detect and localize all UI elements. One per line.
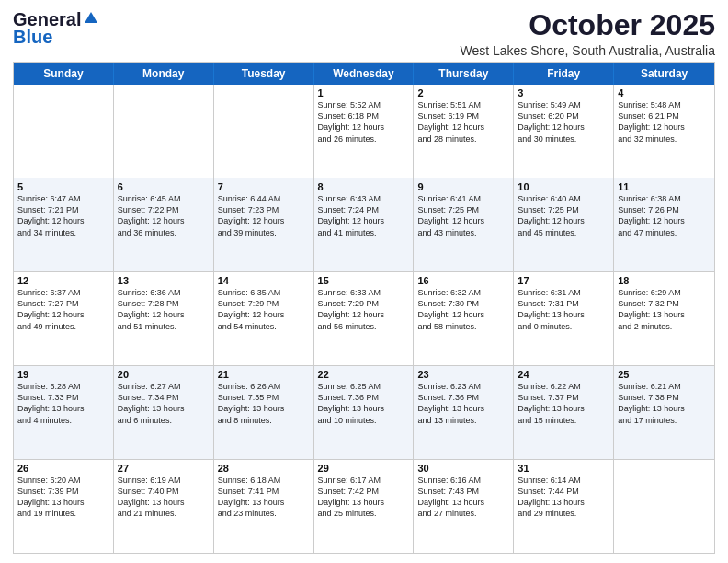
cal-cell-0-2: [214, 85, 314, 178]
cal-cell-1-2: 7Sunrise: 6:44 AM Sunset: 7:23 PM Daylig…: [214, 178, 314, 271]
day-number: 13: [118, 275, 210, 286]
cell-info: Sunrise: 6:29 AM Sunset: 7:32 PM Dayligh…: [618, 287, 711, 332]
cell-info: Sunrise: 6:16 AM Sunset: 7:43 PM Dayligh…: [417, 475, 509, 520]
cal-cell-0-5: 3Sunrise: 5:49 AM Sunset: 6:20 PM Daylig…: [514, 85, 614, 178]
cell-info: Sunrise: 5:48 AM Sunset: 6:21 PM Dayligh…: [618, 99, 711, 144]
cell-info: Sunrise: 6:22 AM Sunset: 7:37 PM Dayligh…: [518, 381, 609, 426]
day-number: 21: [218, 369, 310, 380]
day-number: 23: [417, 369, 509, 380]
logo: General Blue: [13, 9, 99, 48]
cell-info: Sunrise: 5:49 AM Sunset: 6:20 PM Dayligh…: [518, 99, 609, 144]
day-number: 20: [118, 369, 210, 380]
calendar-row-2: 12Sunrise: 6:37 AM Sunset: 7:27 PM Dayli…: [14, 271, 714, 365]
day-number: 28: [218, 463, 310, 474]
day-number: 4: [618, 87, 711, 98]
cal-cell-1-0: 5Sunrise: 6:47 AM Sunset: 7:21 PM Daylig…: [14, 178, 114, 271]
header-day-tuesday: Tuesday: [214, 63, 314, 85]
day-number: 8: [318, 181, 410, 192]
calendar: SundayMondayTuesdayWednesdayThursdayFrid…: [13, 62, 715, 554]
day-number: 5: [17, 181, 109, 192]
day-number: 30: [417, 463, 509, 474]
cal-cell-2-5: 17Sunrise: 6:31 AM Sunset: 7:31 PM Dayli…: [514, 272, 614, 365]
cell-info: Sunrise: 6:26 AM Sunset: 7:35 PM Dayligh…: [218, 381, 310, 426]
day-number: 19: [17, 369, 109, 380]
cal-cell-2-6: 18Sunrise: 6:29 AM Sunset: 7:32 PM Dayli…: [614, 272, 714, 365]
cal-cell-0-1: [114, 85, 214, 178]
day-number: 29: [318, 463, 410, 474]
month-title: October 2025: [460, 9, 715, 41]
cell-info: Sunrise: 6:25 AM Sunset: 7:36 PM Dayligh…: [318, 381, 410, 426]
cell-info: Sunrise: 6:36 AM Sunset: 7:28 PM Dayligh…: [118, 287, 210, 332]
cal-cell-4-2: 28Sunrise: 6:18 AM Sunset: 7:41 PM Dayli…: [214, 460, 314, 553]
cell-info: Sunrise: 6:18 AM Sunset: 7:41 PM Dayligh…: [218, 475, 310, 520]
svg-marker-0: [85, 12, 97, 23]
cell-info: Sunrise: 6:38 AM Sunset: 7:26 PM Dayligh…: [618, 193, 711, 238]
cal-cell-2-3: 15Sunrise: 6:33 AM Sunset: 7:29 PM Dayli…: [314, 272, 415, 365]
cal-cell-0-4: 2Sunrise: 5:51 AM Sunset: 6:19 PM Daylig…: [414, 85, 514, 178]
logo-icon: [83, 10, 99, 27]
calendar-row-0: 1Sunrise: 5:52 AM Sunset: 6:18 PM Daylig…: [14, 85, 714, 178]
cell-info: Sunrise: 6:44 AM Sunset: 7:23 PM Dayligh…: [218, 193, 310, 238]
cell-info: Sunrise: 6:31 AM Sunset: 7:31 PM Dayligh…: [518, 287, 609, 332]
day-number: 17: [518, 275, 609, 286]
cal-cell-3-2: 21Sunrise: 6:26 AM Sunset: 7:35 PM Dayli…: [214, 366, 314, 459]
header-day-saturday: Saturday: [614, 63, 714, 85]
header-day-thursday: Thursday: [414, 63, 514, 85]
subtitle: West Lakes Shore, South Australia, Austr…: [460, 43, 715, 58]
cell-info: Sunrise: 6:17 AM Sunset: 7:42 PM Dayligh…: [318, 475, 410, 520]
day-number: 1: [318, 87, 410, 98]
day-number: 6: [118, 181, 210, 192]
day-number: 26: [17, 463, 109, 474]
page: General Blue October 2025 West Lakes Sho…: [0, 0, 728, 563]
cell-info: Sunrise: 6:28 AM Sunset: 7:33 PM Dayligh…: [17, 381, 109, 426]
calendar-row-4: 26Sunrise: 6:20 AM Sunset: 7:39 PM Dayli…: [14, 459, 714, 553]
cal-cell-4-1: 27Sunrise: 6:19 AM Sunset: 7:40 PM Dayli…: [114, 460, 214, 553]
day-number: 22: [318, 369, 410, 380]
cell-info: Sunrise: 6:27 AM Sunset: 7:34 PM Dayligh…: [118, 381, 210, 426]
calendar-body: 1Sunrise: 5:52 AM Sunset: 6:18 PM Daylig…: [14, 85, 714, 553]
cell-info: Sunrise: 6:45 AM Sunset: 7:22 PM Dayligh…: [118, 193, 210, 238]
cal-cell-3-4: 23Sunrise: 6:23 AM Sunset: 7:36 PM Dayli…: [414, 366, 514, 459]
cell-info: Sunrise: 6:41 AM Sunset: 7:25 PM Dayligh…: [417, 193, 509, 238]
day-number: 9: [417, 181, 509, 192]
cell-info: Sunrise: 6:43 AM Sunset: 7:24 PM Dayligh…: [318, 193, 410, 238]
day-number: 10: [518, 181, 609, 192]
cal-cell-3-3: 22Sunrise: 6:25 AM Sunset: 7:36 PM Dayli…: [314, 366, 415, 459]
cell-info: Sunrise: 6:35 AM Sunset: 7:29 PM Dayligh…: [218, 287, 310, 332]
day-number: 18: [618, 275, 711, 286]
day-number: 7: [218, 181, 310, 192]
cell-info: Sunrise: 6:14 AM Sunset: 7:44 PM Dayligh…: [518, 475, 609, 520]
day-number: 31: [518, 463, 609, 474]
header-day-monday: Monday: [114, 63, 214, 85]
day-number: 25: [618, 369, 711, 380]
cell-info: Sunrise: 5:51 AM Sunset: 6:19 PM Dayligh…: [417, 99, 509, 144]
cal-cell-4-5: 31Sunrise: 6:14 AM Sunset: 7:44 PM Dayli…: [514, 460, 614, 553]
logo-blue: Blue: [13, 27, 52, 48]
title-section: October 2025 West Lakes Shore, South Aus…: [460, 9, 715, 58]
cal-cell-0-0: [14, 85, 114, 178]
cal-cell-3-5: 24Sunrise: 6:22 AM Sunset: 7:37 PM Dayli…: [514, 366, 614, 459]
cal-cell-4-4: 30Sunrise: 6:16 AM Sunset: 7:43 PM Dayli…: [414, 460, 514, 553]
day-number: 14: [218, 275, 310, 286]
cal-cell-2-0: 12Sunrise: 6:37 AM Sunset: 7:27 PM Dayli…: [14, 272, 114, 365]
cell-info: Sunrise: 6:19 AM Sunset: 7:40 PM Dayligh…: [118, 475, 210, 520]
cell-info: Sunrise: 6:47 AM Sunset: 7:21 PM Dayligh…: [17, 193, 109, 238]
calendar-row-3: 19Sunrise: 6:28 AM Sunset: 7:33 PM Dayli…: [14, 365, 714, 459]
day-number: 11: [618, 181, 711, 192]
cal-cell-2-1: 13Sunrise: 6:36 AM Sunset: 7:28 PM Dayli…: [114, 272, 214, 365]
cell-info: Sunrise: 6:37 AM Sunset: 7:27 PM Dayligh…: [17, 287, 109, 332]
cal-cell-2-2: 14Sunrise: 6:35 AM Sunset: 7:29 PM Dayli…: [214, 272, 314, 365]
header-day-friday: Friday: [514, 63, 614, 85]
cal-cell-3-0: 19Sunrise: 6:28 AM Sunset: 7:33 PM Dayli…: [14, 366, 114, 459]
cal-cell-1-4: 9Sunrise: 6:41 AM Sunset: 7:25 PM Daylig…: [414, 178, 514, 271]
cell-info: Sunrise: 6:20 AM Sunset: 7:39 PM Dayligh…: [17, 475, 109, 520]
cal-cell-1-1: 6Sunrise: 6:45 AM Sunset: 7:22 PM Daylig…: [114, 178, 214, 271]
cal-cell-4-6: [614, 460, 714, 553]
day-number: 3: [518, 87, 609, 98]
cal-cell-4-0: 26Sunrise: 6:20 AM Sunset: 7:39 PM Dayli…: [14, 460, 114, 553]
cal-cell-1-6: 11Sunrise: 6:38 AM Sunset: 7:26 PM Dayli…: [614, 178, 714, 271]
cell-info: Sunrise: 6:21 AM Sunset: 7:38 PM Dayligh…: [618, 381, 711, 426]
day-number: 2: [417, 87, 509, 98]
cal-cell-1-3: 8Sunrise: 6:43 AM Sunset: 7:24 PM Daylig…: [314, 178, 415, 271]
cell-info: Sunrise: 6:33 AM Sunset: 7:29 PM Dayligh…: [318, 287, 410, 332]
